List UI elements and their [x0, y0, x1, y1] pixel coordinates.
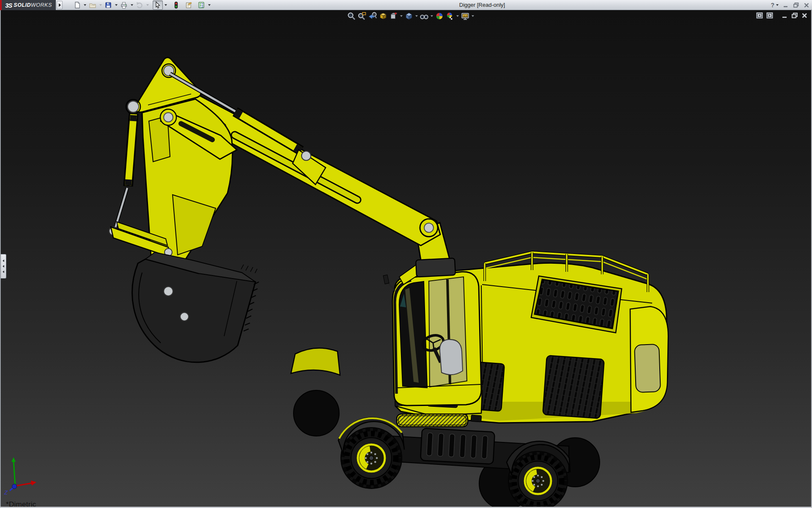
section-view-icon	[379, 11, 388, 21]
solidworks-window: 3S SOLIDWORKS	[0, 0, 812, 508]
hide-show-items-dropdown[interactable]	[429, 11, 434, 21]
file-properties-icon	[185, 1, 192, 9]
rear-window[interactable]	[634, 344, 661, 392]
select-cursor-icon	[154, 1, 162, 9]
view-settings-monitor-icon	[461, 11, 470, 21]
print-button[interactable]	[119, 0, 129, 10]
undo-button[interactable]	[134, 0, 145, 10]
window-frame-left	[0, 10, 1, 508]
save-dropdown[interactable]	[113, 0, 119, 10]
left-hydraulic-cylinder[interactable]	[109, 113, 134, 235]
options-checklist-icon	[198, 1, 205, 9]
view-settings-button[interactable]	[460, 11, 470, 21]
print-icon	[120, 1, 128, 9]
zoom-to-area-button[interactable]	[357, 11, 367, 21]
file-properties-button[interactable]	[184, 0, 194, 10]
excavator-model[interactable]	[0, 10, 812, 508]
elbow-pin	[424, 223, 433, 232]
save-floppy-icon	[104, 1, 112, 9]
display-style-dropdown[interactable]	[414, 11, 419, 21]
front-far-fender[interactable]	[291, 348, 340, 375]
view-orientation-icon	[389, 11, 398, 21]
undo-arrow-icon	[136, 1, 143, 9]
pane-next-icon	[767, 13, 772, 18]
view-orientation-button[interactable]	[388, 11, 399, 21]
options-dropdown[interactable]	[206, 0, 212, 10]
new-document-button[interactable]	[72, 0, 82, 10]
restore-icon	[793, 2, 799, 8]
feature-tree-collapsed-tab[interactable]	[1, 254, 6, 279]
collapse-arrow-icon	[3, 260, 4, 262]
zoom-to-fit-button[interactable]	[346, 11, 357, 21]
cylinder-pin	[302, 151, 311, 160]
headsup-view-toolbar	[346, 11, 475, 21]
previous-view-icon	[368, 11, 377, 21]
document-close-icon	[801, 12, 808, 19]
roof-intake-box	[416, 258, 455, 277]
undercarriage[interactable]	[420, 428, 495, 464]
z-axis-label: Z	[4, 489, 8, 496]
graphics-area[interactable]: Z *Dimetric	[0, 10, 812, 508]
edit-appearance-button[interactable]	[434, 11, 444, 21]
select-dropdown[interactable]	[163, 0, 168, 10]
brand-name: SOLIDWORKS	[14, 2, 52, 8]
close-button[interactable]	[804, 2, 809, 8]
zoom-to-area-icon	[357, 11, 367, 21]
rebuild-button[interactable]	[171, 0, 181, 10]
running-board-step[interactable]	[397, 414, 468, 427]
rear-wheel[interactable]	[508, 451, 568, 508]
dassault-3s-logo-icon: 3S	[5, 2, 12, 9]
new-document-dropdown[interactable]	[82, 0, 88, 10]
display-style-button[interactable]	[403, 11, 414, 21]
new-document-icon	[73, 1, 81, 9]
rebuild-traffic-light-icon	[172, 1, 180, 9]
eyeglasses-icon	[420, 11, 429, 21]
document-restore-button[interactable]	[791, 12, 798, 19]
print-dropdown[interactable]	[129, 0, 134, 10]
document-close-button[interactable]	[801, 12, 808, 19]
options-button[interactable]	[196, 0, 206, 10]
z-axis-dot	[12, 484, 17, 489]
apply-scene-button[interactable]	[444, 11, 455, 21]
y-axis-arrow	[11, 457, 16, 462]
mirror	[383, 275, 389, 284]
front-wheel[interactable]	[341, 428, 402, 489]
restore-button[interactable]	[793, 2, 799, 8]
reference-triad[interactable]: Z	[3, 456, 45, 497]
close-icon	[804, 2, 809, 8]
collapse-arrow-icon	[3, 265, 4, 268]
display-style-cube-icon	[404, 11, 414, 21]
hide-show-items-button[interactable]	[419, 11, 429, 21]
section-view-button[interactable]	[378, 11, 388, 21]
previous-view-button[interactable]	[367, 11, 378, 21]
link-pin	[164, 113, 173, 122]
side-vent-grille[interactable]	[543, 355, 604, 418]
titlebar-window-controls: ?	[771, 0, 809, 10]
titlebar: 3S SOLIDWORKS	[0, 0, 812, 10]
view-settings-dropdown[interactable]	[470, 11, 475, 21]
appearance-ball-icon	[435, 11, 444, 21]
open-dropdown[interactable]	[98, 0, 103, 10]
help-dropdown[interactable]	[776, 4, 779, 6]
apply-scene-dropdown[interactable]	[455, 11, 460, 21]
select-button[interactable]	[153, 0, 163, 10]
view-orientation-dropdown[interactable]	[399, 11, 403, 21]
undo-dropdown[interactable]	[145, 0, 150, 10]
pane-next-button[interactable]	[766, 12, 773, 19]
pane-previous-button[interactable]	[756, 12, 763, 19]
open-folder-icon	[89, 1, 96, 9]
minimize-button[interactable]	[783, 2, 789, 8]
solidworks-logo: 3S SOLIDWORKS	[0, 0, 56, 10]
minimize-icon	[783, 2, 789, 8]
document-minimize-button[interactable]	[782, 12, 788, 19]
brand-red-stripe	[0, 0, 2, 10]
menu-expand-button[interactable]	[57, 1, 63, 9]
left-pin	[128, 101, 139, 112]
seat	[440, 340, 463, 375]
document-minimize-icon	[782, 12, 788, 19]
help-button[interactable]: ?	[771, 2, 774, 8]
save-button[interactable]	[103, 0, 113, 10]
menu-expand-arrow-icon	[59, 3, 61, 7]
bucket[interactable]	[132, 252, 259, 362]
open-button[interactable]	[88, 0, 98, 10]
